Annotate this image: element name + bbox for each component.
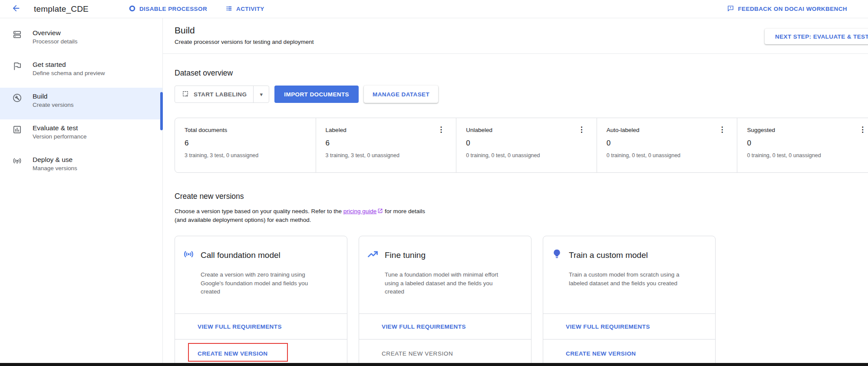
flag-icon: [12, 61, 22, 71]
sidebar-item-deploy-use[interactable]: Deploy & use Manage versions: [0, 151, 162, 183]
kebab-menu-icon[interactable]: ⋮: [717, 127, 726, 133]
sidebar-item-sublabel: Create versions: [33, 102, 74, 108]
stat-value: 0: [466, 139, 586, 148]
stat-detail: 0 training, 0 test, 0 unassigned: [466, 152, 586, 158]
create-versions-heading: Create new versions: [175, 173, 868, 201]
start-labeling-dropdown-button[interactable]: ▾: [253, 86, 269, 102]
sidebar-item-label: Overview: [33, 29, 78, 37]
stat-detail: 0 training, 0 test, 0 unassigned: [607, 152, 727, 158]
dns-icon: [12, 30, 22, 40]
build-circle-icon: [12, 93, 22, 103]
feedback-button[interactable]: FEEDBACK ON DOCAI WORKBENCH: [727, 5, 847, 13]
sidebar-item-build[interactable]: Build Create versions: [0, 88, 162, 119]
stat-unlabeled: Unlabeled ⋮ 0 0 training, 0 test, 0 unas…: [456, 118, 597, 172]
activity-button[interactable]: ACTIVITY: [225, 5, 264, 13]
bottom-edge-bar: [0, 363, 868, 366]
open-in-new-icon: [376, 208, 383, 214]
sidebar-item-label: Get started: [33, 60, 105, 69]
stat-auto-labeled: Auto-labeled ⋮ 0 0 training, 0 test, 0 u…: [597, 118, 737, 172]
sidebar-item-get-started[interactable]: Get started Define schema and preview: [0, 56, 162, 88]
card-description: Create a version with zero training usin…: [201, 270, 320, 296]
kebab-menu-icon[interactable]: ⋮: [858, 127, 867, 133]
trending-up-icon: [367, 248, 379, 262]
list-icon: [225, 5, 233, 13]
description-text: for more details: [383, 208, 425, 214]
processor-title: template_CDE: [34, 4, 89, 14]
card-fine-tuning: Fine tuning Tune a foundation model with…: [359, 236, 531, 366]
sidebar-item-sublabel: Processor details: [33, 38, 78, 45]
dataset-actions: START LABELING ▾ IMPORT DOCUMENTS MANAGE…: [175, 86, 868, 103]
disable-processor-button[interactable]: DISABLE PROCESSOR: [129, 5, 207, 13]
top-bar: template_CDE DISABLE PROCESSOR ACTIVITY …: [0, 0, 868, 18]
back-button[interactable]: [10, 3, 22, 15]
sidebar-item-label: Evaluate & test: [33, 124, 87, 132]
stat-detail: 0 training, 0 test, 0 unassigned: [747, 152, 867, 158]
sidebar-item-sublabel: Manage versions: [33, 165, 77, 171]
description-text: Choose a version type based on your qual…: [175, 208, 343, 214]
pricing-guide-link[interactable]: pricing guide: [343, 208, 377, 214]
page-header: Build Create processor versions for test…: [163, 18, 868, 54]
stat-total-documents: Total documents 6 3 training, 3 test, 0 …: [175, 118, 316, 172]
kebab-menu-icon[interactable]: ⋮: [577, 127, 586, 133]
stat-label: Labeled: [326, 127, 347, 133]
stat-label: Suggested: [747, 127, 775, 133]
arrow-back-icon: [11, 3, 21, 14]
create-new-version-link[interactable]: CREATE NEW VERSION: [191, 347, 274, 360]
card-description: Train a custom model from scratch using …: [569, 270, 688, 287]
stat-label: Unlabeled: [466, 127, 492, 133]
stat-detail: 3 training, 3 test, 0 unassigned: [185, 152, 305, 158]
arrow-drop-down-icon: ▾: [260, 91, 263, 98]
create-versions-description: Choose a version type based on your qual…: [175, 207, 868, 224]
view-full-requirements-link[interactable]: VIEW FULL REQUIREMENTS: [191, 320, 289, 333]
create-new-version-link[interactable]: CREATE NEW VERSION: [559, 347, 643, 360]
feedback-label: FEEDBACK ON DOCAI WORKBENCH: [738, 6, 847, 12]
version-cards: Call foundation model Create a version w…: [175, 236, 868, 366]
stat-labeled: Labeled ⋮ 6 3 training, 3 test, 0 unassi…: [316, 118, 456, 172]
page-title: Build: [175, 25, 868, 36]
import-documents-button[interactable]: IMPORT DOCUMENTS: [274, 86, 359, 103]
stat-value: 6: [326, 139, 446, 148]
label-select-icon: [182, 90, 189, 99]
sidebar-item-label: Deploy & use: [33, 155, 77, 164]
stat-detail: 3 training, 3 test, 0 unassigned: [326, 152, 446, 158]
disable-processor-label: DISABLE PROCESSOR: [139, 6, 207, 12]
lightbulb-icon: [551, 248, 563, 262]
card-train-custom-model: Train a custom model Train a custom mode…: [543, 236, 716, 366]
sidebar: Overview Processor details Get started D…: [0, 18, 163, 366]
create-new-version-link-disabled: CREATE NEW VERSION: [375, 347, 460, 360]
sidebar-item-sublabel: Version performance: [33, 133, 87, 140]
sidebar-item-label: Build: [33, 92, 74, 101]
card-description: Tune a foundation model with minimal eff…: [385, 270, 504, 296]
broadcast-icon: [183, 248, 195, 262]
stop-circle-icon: [129, 5, 136, 13]
stat-label: Auto-labeled: [607, 127, 640, 133]
card-call-foundation-model: Call foundation model Create a version w…: [175, 236, 347, 366]
view-full-requirements-link[interactable]: VIEW FULL REQUIREMENTS: [375, 320, 473, 333]
docai-workbench-screen: template_CDE DISABLE PROCESSOR ACTIVITY …: [0, 0, 868, 366]
activity-label: ACTIVITY: [236, 6, 264, 12]
sidebar-item-overview[interactable]: Overview Processor details: [0, 24, 162, 56]
manage-dataset-button[interactable]: MANAGE DATASET: [364, 86, 438, 103]
stat-label: Total documents: [185, 127, 227, 133]
card-title: Fine tuning: [385, 251, 426, 260]
stat-value: 6: [185, 139, 305, 148]
next-step-button[interactable]: NEXT STEP: EVALUATE & TEST: [765, 29, 868, 44]
stat-value: 0: [747, 139, 867, 148]
start-labeling-label: START LABELING: [194, 91, 247, 98]
view-full-requirements-link[interactable]: VIEW FULL REQUIREMENTS: [559, 320, 657, 333]
description-text-line2: (and available deployment options) for e…: [175, 216, 868, 224]
dataset-overview-heading: Dataset overview: [175, 54, 868, 78]
main-content: Build Create processor versions for test…: [163, 18, 868, 366]
sidebar-item-evaluate-test[interactable]: Evaluate & test Version performance: [0, 119, 162, 151]
stat-suggested: Suggested ⋮ 0 0 training, 0 test, 0 unas…: [737, 118, 868, 172]
sidebar-item-sublabel: Define schema and preview: [33, 70, 105, 76]
feedback-icon: [727, 5, 734, 13]
start-labeling-button[interactable]: START LABELING: [175, 86, 253, 102]
kebab-menu-icon[interactable]: ⋮: [436, 127, 446, 133]
podcast-icon: [12, 156, 22, 166]
card-title: Call foundation model: [201, 251, 281, 260]
start-labeling-split-button: START LABELING ▾: [175, 86, 269, 103]
assessment-icon: [12, 125, 22, 135]
page-subtitle: Create processor versions for testing an…: [175, 39, 868, 45]
dataset-stats-card: Total documents 6 3 training, 3 test, 0 …: [175, 118, 868, 173]
